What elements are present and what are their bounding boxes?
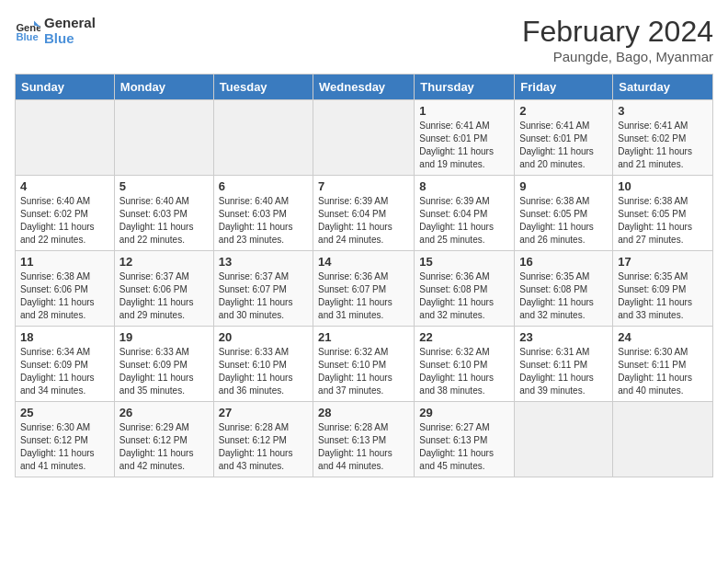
day-cell: 5Sunrise: 6:40 AM Sunset: 6:03 PM Daylig… bbox=[114, 176, 213, 251]
calendar-title: February 2024 bbox=[522, 15, 713, 49]
day-number: 11 bbox=[20, 255, 109, 269]
day-cell: 24Sunrise: 6:30 AM Sunset: 6:11 PM Dayli… bbox=[613, 327, 713, 402]
day-cell: 3Sunrise: 6:41 AM Sunset: 6:02 PM Daylig… bbox=[613, 100, 713, 176]
day-header-thursday: Thursday bbox=[415, 75, 515, 100]
day-cell: 29Sunrise: 6:27 AM Sunset: 6:13 PM Dayli… bbox=[415, 402, 515, 477]
day-number: 5 bbox=[119, 179, 209, 193]
day-number: 15 bbox=[419, 255, 509, 269]
header: General Blue General Blue February 2024 … bbox=[15, 15, 713, 64]
day-number: 17 bbox=[618, 255, 708, 269]
day-number: 19 bbox=[119, 330, 209, 344]
week-row-2: 4Sunrise: 6:40 AM Sunset: 6:02 PM Daylig… bbox=[16, 176, 713, 251]
day-cell: 13Sunrise: 6:37 AM Sunset: 6:07 PM Dayli… bbox=[213, 251, 313, 327]
day-cell: 7Sunrise: 6:39 AM Sunset: 6:04 PM Daylig… bbox=[313, 176, 415, 251]
day-info: Sunrise: 6:38 AM Sunset: 6:05 PM Dayligh… bbox=[618, 195, 708, 247]
day-cell: 20Sunrise: 6:33 AM Sunset: 6:10 PM Dayli… bbox=[213, 327, 313, 402]
day-cell bbox=[213, 100, 313, 176]
logo-text-line2: Blue bbox=[44, 30, 96, 46]
day-cell: 12Sunrise: 6:37 AM Sunset: 6:06 PM Dayli… bbox=[114, 251, 213, 327]
day-cell: 15Sunrise: 6:36 AM Sunset: 6:08 PM Dayli… bbox=[415, 251, 515, 327]
day-info: Sunrise: 6:34 AM Sunset: 6:09 PM Dayligh… bbox=[20, 346, 109, 397]
day-info: Sunrise: 6:33 AM Sunset: 6:10 PM Dayligh… bbox=[219, 346, 308, 397]
day-number: 24 bbox=[618, 330, 708, 344]
day-cell: 16Sunrise: 6:35 AM Sunset: 6:08 PM Dayli… bbox=[515, 251, 613, 327]
day-header-friday: Friday bbox=[515, 75, 613, 100]
day-cell bbox=[114, 100, 213, 176]
day-info: Sunrise: 6:36 AM Sunset: 6:08 PM Dayligh… bbox=[419, 270, 509, 322]
day-number: 14 bbox=[318, 255, 409, 269]
day-cell: 8Sunrise: 6:39 AM Sunset: 6:04 PM Daylig… bbox=[415, 176, 515, 251]
day-number: 23 bbox=[519, 330, 608, 344]
day-number: 25 bbox=[20, 406, 109, 419]
day-header-wednesday: Wednesday bbox=[313, 75, 415, 100]
day-number: 26 bbox=[119, 406, 209, 419]
day-cell: 11Sunrise: 6:38 AM Sunset: 6:06 PM Dayli… bbox=[16, 251, 115, 327]
day-info: Sunrise: 6:41 AM Sunset: 6:01 PM Dayligh… bbox=[519, 120, 608, 171]
day-info: Sunrise: 6:31 AM Sunset: 6:11 PM Dayligh… bbox=[519, 346, 608, 397]
day-header-saturday: Saturday bbox=[613, 75, 713, 100]
day-number: 2 bbox=[519, 104, 608, 118]
week-row-3: 11Sunrise: 6:38 AM Sunset: 6:06 PM Dayli… bbox=[16, 251, 713, 327]
day-info: Sunrise: 6:38 AM Sunset: 6:05 PM Dayligh… bbox=[519, 195, 608, 247]
week-row-5: 25Sunrise: 6:30 AM Sunset: 6:12 PM Dayli… bbox=[16, 402, 713, 477]
day-info: Sunrise: 6:41 AM Sunset: 6:02 PM Dayligh… bbox=[618, 120, 708, 171]
day-cell: 6Sunrise: 6:40 AM Sunset: 6:03 PM Daylig… bbox=[213, 176, 313, 251]
day-cell: 18Sunrise: 6:34 AM Sunset: 6:09 PM Dayli… bbox=[16, 327, 115, 402]
day-number: 8 bbox=[419, 179, 509, 193]
day-header-tuesday: Tuesday bbox=[213, 75, 313, 100]
day-info: Sunrise: 6:38 AM Sunset: 6:06 PM Dayligh… bbox=[20, 270, 109, 322]
day-info: Sunrise: 6:39 AM Sunset: 6:04 PM Dayligh… bbox=[419, 195, 509, 247]
day-cell bbox=[313, 100, 415, 176]
logo-text-line1: General bbox=[44, 15, 96, 30]
day-cell: 19Sunrise: 6:33 AM Sunset: 6:09 PM Dayli… bbox=[114, 327, 213, 402]
day-info: Sunrise: 6:35 AM Sunset: 6:08 PM Dayligh… bbox=[519, 270, 608, 322]
day-info: Sunrise: 6:33 AM Sunset: 6:09 PM Dayligh… bbox=[119, 346, 209, 397]
day-number: 9 bbox=[519, 179, 608, 193]
day-number: 20 bbox=[219, 330, 308, 344]
day-info: Sunrise: 6:30 AM Sunset: 6:11 PM Dayligh… bbox=[618, 346, 708, 397]
day-info: Sunrise: 6:40 AM Sunset: 6:03 PM Dayligh… bbox=[119, 195, 209, 247]
day-header-monday: Monday bbox=[114, 75, 213, 100]
day-info: Sunrise: 6:28 AM Sunset: 6:13 PM Dayligh… bbox=[318, 421, 409, 473]
day-cell: 10Sunrise: 6:38 AM Sunset: 6:05 PM Dayli… bbox=[613, 176, 713, 251]
title-block: February 2024 Paungde, Bago, Myanmar bbox=[522, 15, 713, 64]
day-number: 4 bbox=[20, 179, 109, 193]
day-number: 10 bbox=[618, 179, 708, 193]
day-info: Sunrise: 6:41 AM Sunset: 6:01 PM Dayligh… bbox=[419, 120, 509, 171]
day-headers-row: SundayMondayTuesdayWednesdayThursdayFrid… bbox=[16, 75, 713, 100]
day-cell bbox=[515, 402, 613, 477]
day-number: 28 bbox=[318, 406, 409, 419]
day-cell: 22Sunrise: 6:32 AM Sunset: 6:10 PM Dayli… bbox=[415, 327, 515, 402]
day-cell: 28Sunrise: 6:28 AM Sunset: 6:13 PM Dayli… bbox=[313, 402, 415, 477]
day-number: 21 bbox=[318, 330, 409, 344]
day-cell: 1Sunrise: 6:41 AM Sunset: 6:01 PM Daylig… bbox=[415, 100, 515, 176]
day-cell: 17Sunrise: 6:35 AM Sunset: 6:09 PM Dayli… bbox=[613, 251, 713, 327]
day-number: 1 bbox=[419, 104, 509, 118]
day-info: Sunrise: 6:35 AM Sunset: 6:09 PM Dayligh… bbox=[618, 270, 708, 322]
day-number: 6 bbox=[219, 179, 308, 193]
calendar-subtitle: Paungde, Bago, Myanmar bbox=[522, 49, 713, 64]
day-info: Sunrise: 6:32 AM Sunset: 6:10 PM Dayligh… bbox=[318, 346, 409, 397]
day-cell: 25Sunrise: 6:30 AM Sunset: 6:12 PM Dayli… bbox=[16, 402, 115, 477]
day-info: Sunrise: 6:27 AM Sunset: 6:13 PM Dayligh… bbox=[419, 421, 509, 473]
day-info: Sunrise: 6:40 AM Sunset: 6:03 PM Dayligh… bbox=[219, 195, 308, 247]
logo-icon: General Blue bbox=[15, 17, 40, 43]
day-info: Sunrise: 6:36 AM Sunset: 6:07 PM Dayligh… bbox=[318, 270, 409, 322]
day-cell: 23Sunrise: 6:31 AM Sunset: 6:11 PM Dayli… bbox=[515, 327, 613, 402]
day-number: 12 bbox=[119, 255, 209, 269]
day-number: 18 bbox=[20, 330, 109, 344]
day-info: Sunrise: 6:32 AM Sunset: 6:10 PM Dayligh… bbox=[419, 346, 509, 397]
day-cell: 21Sunrise: 6:32 AM Sunset: 6:10 PM Dayli… bbox=[313, 327, 415, 402]
day-number: 29 bbox=[419, 406, 509, 419]
day-number: 22 bbox=[419, 330, 509, 344]
day-info: Sunrise: 6:28 AM Sunset: 6:12 PM Dayligh… bbox=[219, 421, 308, 473]
calendar-table: SundayMondayTuesdayWednesdayThursdayFrid… bbox=[15, 74, 713, 477]
day-header-sunday: Sunday bbox=[16, 75, 115, 100]
week-row-1: 1Sunrise: 6:41 AM Sunset: 6:01 PM Daylig… bbox=[16, 100, 713, 176]
week-row-4: 18Sunrise: 6:34 AM Sunset: 6:09 PM Dayli… bbox=[16, 327, 713, 402]
day-number: 16 bbox=[519, 255, 608, 269]
day-cell: 9Sunrise: 6:38 AM Sunset: 6:05 PM Daylig… bbox=[515, 176, 613, 251]
day-info: Sunrise: 6:30 AM Sunset: 6:12 PM Dayligh… bbox=[20, 421, 109, 473]
day-cell: 2Sunrise: 6:41 AM Sunset: 6:01 PM Daylig… bbox=[515, 100, 613, 176]
day-info: Sunrise: 6:37 AM Sunset: 6:07 PM Dayligh… bbox=[219, 270, 308, 322]
